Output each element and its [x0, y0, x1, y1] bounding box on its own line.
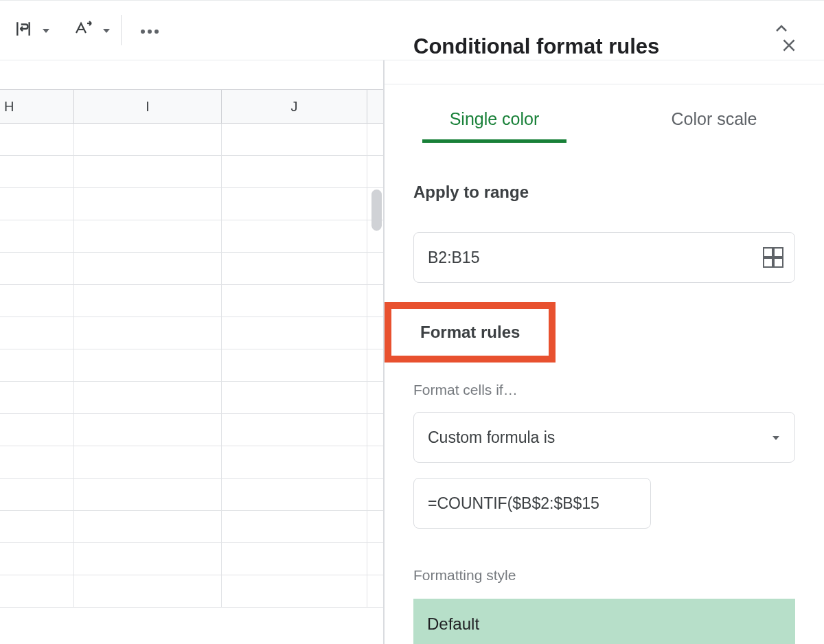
style-preview-text: Default	[427, 614, 479, 634]
caret-down-icon[interactable]	[43, 29, 49, 33]
column-header[interactable]: I	[74, 90, 222, 123]
caret-down-icon	[772, 436, 779, 440]
column-header[interactable]: J	[222, 90, 367, 123]
ellipsis-icon	[139, 24, 160, 36]
tab-color-scale[interactable]: Color scale	[604, 109, 824, 143]
format-tabs: Single color Color scale	[385, 84, 824, 143]
condition-select[interactable]: Custom formula is	[413, 412, 795, 463]
text-wrap-button[interactable]	[10, 13, 37, 47]
panel-title: Conditional format rules	[413, 34, 659, 59]
format-cells-if-label: Format cells if…	[413, 382, 795, 398]
apply-to-range-label: Apply to range	[413, 183, 795, 202]
conditional-format-panel: Conditional format rules Single color Co…	[385, 60, 824, 644]
column-header-row: H I J	[0, 89, 383, 124]
text-rotate-button[interactable]	[70, 13, 98, 47]
toolbar-group	[10, 13, 167, 47]
grid-select-icon[interactable]	[763, 247, 783, 268]
select-value: Custom formula is	[428, 428, 555, 447]
scrollbar-thumb[interactable]	[371, 189, 382, 231]
tab-label: Color scale	[671, 109, 757, 128]
spreadsheet-grid[interactable]: H I J	[0, 60, 385, 644]
format-rules-label: Format rules	[420, 323, 520, 342]
format-rules-highlight: Format rules	[385, 302, 556, 363]
active-tab-underline	[422, 139, 566, 143]
style-preview[interactable]: Default	[413, 599, 795, 644]
text-rotate-icon	[74, 20, 93, 41]
column-header[interactable]	[367, 90, 383, 123]
close-icon	[780, 36, 798, 57]
range-input[interactable]: B2:B15	[413, 232, 795, 283]
formula-input[interactable]: =COUNTIF($B$2:$B$15	[413, 478, 651, 529]
toolbar-separator	[121, 15, 122, 45]
formula-value: =COUNTIF($B$2:$B$15	[428, 494, 599, 513]
tab-single-color[interactable]: Single color	[385, 109, 604, 143]
formatting-style-label: Formatting style	[413, 567, 795, 584]
caret-down-icon[interactable]	[103, 29, 110, 33]
column-header[interactable]: H	[0, 90, 74, 123]
tab-label: Single color	[450, 109, 540, 128]
grid-body[interactable]	[0, 124, 383, 608]
toolbar	[0, 0, 824, 60]
text-wrap-icon	[14, 20, 32, 41]
close-button[interactable]	[777, 35, 801, 58]
range-value: B2:B15	[428, 249, 479, 267]
more-tools-button[interactable]	[133, 13, 167, 47]
